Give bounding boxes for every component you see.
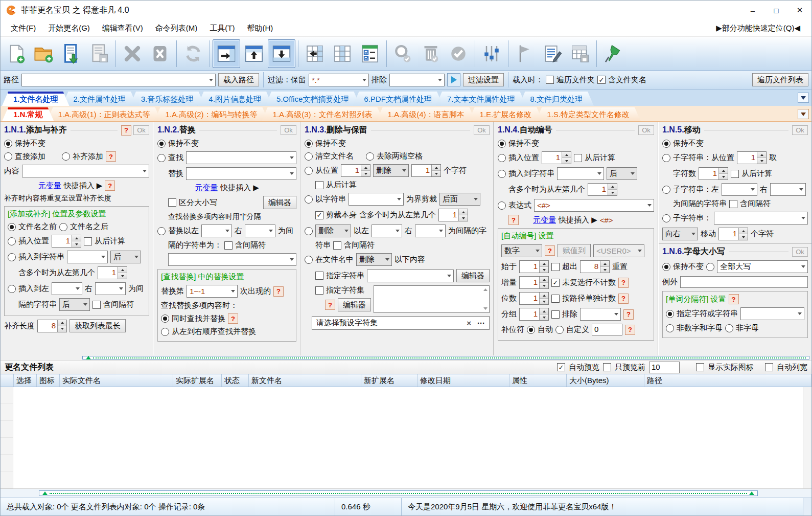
right-sep-combo[interactable] <box>770 183 806 196</box>
delete-keep-combo[interactable]: 删除 <box>356 253 392 266</box>
apply-check-icon[interactable] <box>445 39 472 68</box>
after-name-radio[interactable] <box>59 223 67 231</box>
col-status[interactable]: 状态 <box>222 374 249 387</box>
col-new-name[interactable]: 新文件名 <box>249 374 361 387</box>
chevron-down-icon[interactable] <box>287 168 296 180</box>
nth-combo[interactable]: 1~-1 <box>187 285 238 298</box>
chevron-down-icon[interactable] <box>73 283 82 295</box>
position-spinner[interactable]: 1 <box>341 164 370 177</box>
edit-log-icon[interactable] <box>539 39 566 68</box>
increment-spinner[interactable]: 1 <box>519 276 549 289</box>
insert-pos-spinner[interactable]: 1 <box>542 151 571 164</box>
case-sensitive-checkbox[interactable] <box>168 198 176 207</box>
pad-length-spinner[interactable]: 8 <box>37 320 67 332</box>
chevron-down-icon[interactable] <box>81 299 89 310</box>
cut-self-checkbox[interactable] <box>315 211 323 219</box>
load-list-icon[interactable] <box>58 39 85 68</box>
chevron-down-icon[interactable] <box>533 245 542 257</box>
replace-combo[interactable] <box>186 167 296 180</box>
tab-file-attr[interactable]: 2.文件属性处理 <box>62 92 137 106</box>
tab-music-tag[interactable]: 3.音乐标签处理 <box>130 92 205 106</box>
per-path-checkbox[interactable] <box>551 295 560 303</box>
meta-variable-link[interactable]: 元变量 <box>533 215 556 225</box>
subtab-compare-list[interactable]: 1.A.高级(3)：文件名对照列表 <box>262 107 384 121</box>
filter-settings-button[interactable]: 过滤设置 <box>463 73 504 86</box>
chevron-down-icon[interactable] <box>393 225 402 237</box>
keep-radio[interactable] <box>157 140 166 148</box>
help-button[interactable]: ? <box>618 278 629 288</box>
subtab-encoding[interactable]: 1.A.高级(2)：编码与转换等 <box>154 107 269 121</box>
clear-icon[interactable]: × <box>467 319 471 327</box>
chevron-down-icon[interactable] <box>228 285 237 297</box>
from-position-radio[interactable] <box>305 167 313 175</box>
change-case-radio[interactable] <box>706 263 714 271</box>
help-button[interactable]: ? <box>273 286 284 297</box>
insert-between-radio[interactable] <box>8 285 16 293</box>
menu-start-rename[interactable]: 开始更名(G) <box>42 21 96 35</box>
ordered-radio[interactable] <box>161 328 169 336</box>
chevron-down-icon[interactable] <box>689 228 698 240</box>
help-button[interactable]: ? <box>618 294 629 304</box>
panel-bottom-icon[interactable] <box>268 39 295 68</box>
ok-button[interactable]: Ok <box>792 125 808 135</box>
resize-grip[interactable] <box>803 498 811 515</box>
chevron-down-icon[interactable] <box>748 184 757 195</box>
help-button[interactable]: ? <box>228 313 238 324</box>
overflow-spinner[interactable]: 8 <box>580 260 610 273</box>
col-icon[interactable]: 图标 <box>37 374 60 387</box>
search-check-icon[interactable] <box>389 39 417 68</box>
trash-check-icon[interactable] <box>417 39 445 68</box>
checklist-icon[interactable] <box>356 39 384 68</box>
cut-side-combo[interactable]: 后面 <box>439 193 480 206</box>
subtab-special-type[interactable]: 1.S.特定类型文件名修改 <box>536 107 641 121</box>
keep-radio[interactable] <box>662 140 670 148</box>
col-original-name[interactable]: 实际文件名 <box>60 374 173 387</box>
path-combo[interactable] <box>21 74 216 86</box>
between-radio[interactable] <box>305 227 313 235</box>
help-button[interactable]: ? <box>623 309 634 320</box>
panel-right-icon[interactable] <box>213 39 240 68</box>
ok-button[interactable]: Ok <box>133 125 149 135</box>
traverse-folders-checkbox[interactable] <box>546 76 554 84</box>
auto-preview-checkbox[interactable] <box>557 363 565 371</box>
insert-pos-spinner[interactable]: 1 <box>52 235 81 248</box>
position-spinner[interactable]: 1 <box>737 151 767 164</box>
chevron-down-icon[interactable] <box>140 165 149 177</box>
keep-radio[interactable] <box>662 263 670 271</box>
clear-name-radio[interactable] <box>305 152 313 161</box>
exclude-combo[interactable] <box>580 308 621 321</box>
meta-variable-link[interactable]: 元变量 <box>195 183 218 193</box>
chevron-down-icon[interactable] <box>383 254 391 265</box>
expression-combo[interactable]: <#> <box>534 199 654 212</box>
tab-text-attr[interactable]: 7.文本文件属性处理 <box>436 92 526 106</box>
exclude-checkbox[interactable] <box>551 310 560 319</box>
char-count-spinner[interactable]: 1 <box>699 167 728 180</box>
flag-icon[interactable] <box>511 39 539 68</box>
ok-button[interactable]: Ok <box>638 125 654 135</box>
quick-insert-label[interactable]: 快捷插入 ▶ <box>220 183 259 193</box>
in-name-radio[interactable] <box>305 256 313 264</box>
help-button[interactable]: ? <box>729 294 739 304</box>
delete-keep-combo[interactable]: 删除 <box>315 225 351 237</box>
group-spinner[interactable]: 1 <box>519 308 549 321</box>
assign-target-combo[interactable]: <USER0> <box>593 244 644 257</box>
insert-string-combo[interactable] <box>67 251 108 263</box>
spec-char-combo[interactable] <box>740 307 804 320</box>
help-button[interactable]: ? <box>625 325 635 335</box>
before-after-combo[interactable]: 后 <box>110 251 141 263</box>
col-modified-date[interactable]: 修改日期 <box>417 374 509 387</box>
include-sep-checkbox[interactable] <box>224 241 233 250</box>
tab-office-summary[interactable]: 5.Office文档摘要处理 <box>265 92 360 106</box>
chevron-down-icon[interactable] <box>287 254 296 265</box>
sub-tabs-dropdown-icon[interactable] <box>798 109 809 119</box>
find-combo[interactable] <box>186 151 296 164</box>
chevron-down-icon[interactable] <box>395 193 403 205</box>
quick-insert-label[interactable]: 快捷插入 ▶ <box>559 215 597 225</box>
chevron-down-icon[interactable] <box>435 74 444 86</box>
sub-string-combo[interactable] <box>714 212 808 225</box>
save-list-icon[interactable] <box>85 39 113 68</box>
load-path-button[interactable]: 载入路径 <box>218 73 259 86</box>
chevron-down-icon[interactable] <box>612 308 620 320</box>
start-spinner[interactable]: 1 <box>519 260 549 273</box>
help-button[interactable]: ? <box>106 151 116 162</box>
